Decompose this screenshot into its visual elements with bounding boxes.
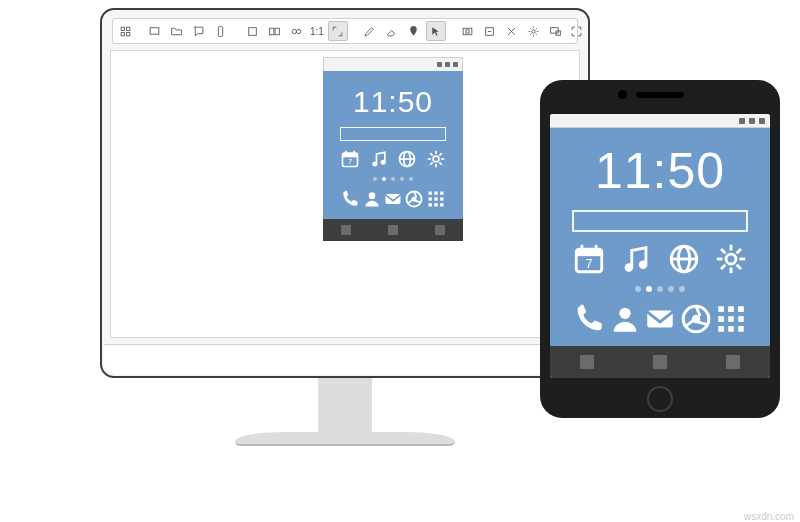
layout-single-icon[interactable] [242,21,262,41]
phone-frame-icon[interactable] [210,21,230,41]
page-dot[interactable] [679,286,685,292]
svg-rect-43 [464,28,473,35]
settings-icon[interactable] [714,242,748,276]
phone-icon[interactable] [572,302,606,336]
svg-rect-40 [275,28,279,35]
svg-rect-35 [127,32,130,35]
apps-drawer-icon[interactable] [426,189,446,209]
monitor-screen: 1:1 [100,8,590,378]
page-dot[interactable] [668,286,674,292]
page-indicator[interactable] [635,286,685,292]
page-dot-active[interactable] [382,177,386,181]
svg-rect-34 [121,32,124,35]
page-dot[interactable] [391,177,395,181]
window-max-icon[interactable] [445,62,450,67]
svg-rect-47 [551,27,559,32]
svg-rect-38 [248,27,256,35]
screenshot-icon[interactable] [458,21,478,41]
music-icon[interactable] [369,149,389,169]
app-row-1 [340,149,446,169]
page-dot[interactable] [400,177,404,181]
page-indicator[interactable] [373,177,413,181]
pencil-icon[interactable] [360,21,380,41]
android-navbar [550,346,770,378]
nav-back-button[interactable] [341,225,351,235]
calendar-icon[interactable] [340,149,360,169]
page-dot-active[interactable] [646,286,652,292]
physical-phone: 11:50 [540,80,780,418]
contacts-icon[interactable] [608,302,642,336]
nav-recents-button[interactable] [435,225,445,235]
svg-rect-44 [466,29,469,32]
phone-status-bar [550,114,770,128]
comment-icon[interactable] [188,21,208,41]
phone-home-screen: 11:50 [323,71,463,219]
apps-grid-icon[interactable] [119,21,132,41]
page-dot[interactable] [409,177,413,181]
svg-rect-36 [150,27,159,33]
gear-icon[interactable] [524,21,544,41]
nav-recents-button[interactable] [726,355,740,369]
status-dot [739,118,745,124]
eraser-icon[interactable] [382,21,402,41]
tools-icon[interactable] [502,21,522,41]
search-input[interactable] [572,210,748,232]
cast-icon[interactable] [546,21,566,41]
emulator-titlebar[interactable] [323,57,463,71]
svg-rect-39 [269,28,273,35]
status-dot [749,118,755,124]
monitor-stand-neck [318,376,372,432]
svg-point-41 [292,29,296,33]
emulator-window: 11:50 [323,57,463,241]
window-close-icon[interactable] [453,62,458,67]
status-dot [759,118,765,124]
zoom-ratio-label[interactable]: 1:1 [308,26,326,37]
calendar-icon[interactable] [572,242,606,276]
clock-widget[interactable]: 11:50 [595,142,725,200]
export-icon[interactable] [480,21,500,41]
layout-link-icon[interactable] [286,21,306,41]
dock-row [572,302,748,336]
svg-rect-32 [121,27,124,30]
phone-screen: 11:50 [550,114,770,378]
monitor-stand-base [235,432,455,446]
search-input[interactable] [340,127,446,141]
phone-home-button[interactable] [647,386,673,412]
music-icon[interactable] [619,242,653,276]
mail-icon[interactable] [383,189,403,209]
device-icon[interactable] [144,21,164,41]
nav-home-button[interactable] [653,355,667,369]
cursor-icon[interactable] [426,21,446,41]
design-canvas[interactable]: 11:50 [110,50,580,338]
phone-speaker [636,92,684,98]
mail-icon[interactable] [643,302,677,336]
browser-icon[interactable] [679,302,713,336]
app-row-1 [572,242,748,276]
browser-icon[interactable] [404,189,424,209]
clock-widget[interactable]: 11:50 [353,85,433,119]
svg-rect-37 [218,26,222,36]
svg-point-42 [296,29,300,33]
fullscreen-icon[interactable] [570,21,583,41]
android-navbar [323,219,463,241]
nav-home-button[interactable] [388,225,398,235]
zoom-fit-icon[interactable] [328,21,348,41]
phone-home-screen: 11:50 [550,128,770,346]
page-dot[interactable] [373,177,377,181]
monitor-bezel [104,344,586,374]
page-dot[interactable] [635,286,641,292]
nav-back-button[interactable] [580,355,594,369]
pin-icon[interactable] [404,21,424,41]
globe-icon[interactable] [667,242,701,276]
settings-icon[interactable] [426,149,446,169]
phone-icon[interactable] [340,189,360,209]
desktop-monitor: 1:1 [100,8,590,446]
window-min-icon[interactable] [437,62,442,67]
svg-point-46 [532,29,535,32]
page-dot[interactable] [657,286,663,292]
globe-icon[interactable] [397,149,417,169]
contacts-icon[interactable] [362,189,382,209]
layout-split-icon[interactable] [264,21,284,41]
apps-drawer-icon[interactable] [714,302,748,336]
folder-icon[interactable] [166,21,186,41]
